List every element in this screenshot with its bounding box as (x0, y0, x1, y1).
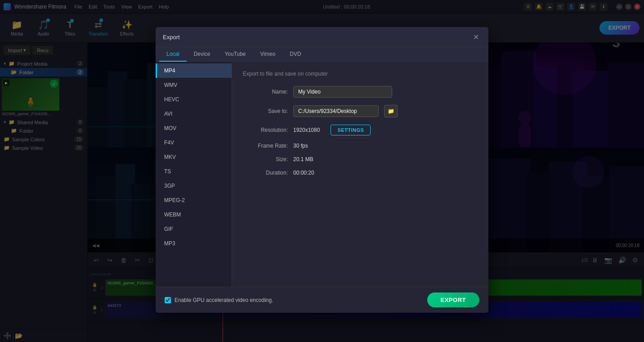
modal-body: MP4 WMV HEVC AVI MOV F4V MKV TS 3GP MPEG… (156, 62, 488, 287)
format-mkv[interactable]: MKV (156, 150, 232, 164)
tab-device[interactable]: Device (187, 47, 218, 62)
format-hevc[interactable]: HEVC (156, 92, 232, 107)
save-to-input[interactable] (293, 105, 379, 117)
duration-label: Duration: (243, 170, 288, 176)
modal-overlay: Export ✕ Local Device YouTube Vimeo DVD … (0, 0, 644, 342)
format-wmv[interactable]: WMV (156, 78, 232, 92)
format-webm[interactable]: WEBM (156, 207, 232, 222)
size-label: Size: (243, 156, 288, 162)
format-mp4[interactable]: MP4 (156, 63, 232, 78)
format-avi[interactable]: AVI (156, 107, 232, 121)
modal-title: Export (163, 34, 180, 40)
format-3gp[interactable]: 3GP (156, 179, 232, 193)
frame-rate-value: 30 fps (293, 143, 308, 149)
gpu-checkbox-input[interactable] (165, 297, 171, 303)
format-f4v[interactable]: F4V (156, 135, 232, 150)
frame-rate-row: Frame Rate: 30 fps (243, 143, 478, 149)
export-button[interactable]: EXPORT (427, 292, 479, 307)
gpu-checkbox-label[interactable]: Enable GPU accelerated video encoding. (165, 297, 273, 303)
browse-folder-button[interactable]: 📁 (384, 105, 398, 117)
modal-tabs: Local Device YouTube Vimeo DVD (156, 47, 488, 62)
tab-dvd[interactable]: DVD (282, 47, 308, 62)
resolution-row: Resolution: 1920x1080 SETTINGS (243, 125, 478, 135)
export-modal: Export ✕ Local Device YouTube Vimeo DVD … (156, 27, 488, 313)
size-value: 20.1 MB (293, 156, 313, 162)
save-to-row: Save to: 📁 (243, 105, 478, 117)
settings-button[interactable]: SETTINGS (331, 125, 371, 135)
format-mov[interactable]: MOV (156, 121, 232, 135)
resolution-label: Resolution: (243, 127, 288, 133)
tab-local[interactable]: Local (159, 47, 187, 62)
tab-youtube[interactable]: YouTube (217, 47, 253, 62)
duration-value: 00:00:20 (293, 170, 314, 176)
format-mp3[interactable]: MP3 (156, 236, 232, 251)
modal-header: Export ✕ (156, 27, 488, 47)
name-input[interactable] (293, 86, 392, 98)
format-gif[interactable]: GIF (156, 222, 232, 236)
name-label: Name: (243, 89, 288, 95)
modal-settings: Export to file and save on computer Name… (232, 62, 488, 287)
save-to-label: Save to: (243, 108, 288, 114)
format-ts[interactable]: TS (156, 164, 232, 179)
resolution-value: 1920x1080 (293, 127, 320, 133)
duration-row: Duration: 00:00:20 (243, 170, 478, 176)
gpu-label-text: Enable GPU accelerated video encoding. (174, 297, 273, 303)
modal-footer: Enable GPU accelerated video encoding. E… (156, 287, 488, 313)
frame-rate-label: Frame Rate: (243, 143, 288, 149)
size-row: Size: 20.1 MB (243, 156, 478, 162)
tab-vimeo[interactable]: Vimeo (253, 47, 283, 62)
settings-description: Export to file and save on computer (243, 71, 478, 77)
modal-close-button[interactable]: ✕ (470, 32, 481, 42)
name-row: Name: (243, 86, 478, 98)
format-mpeg2[interactable]: MPEG-2 (156, 193, 232, 207)
format-list: MP4 WMV HEVC AVI MOV F4V MKV TS 3GP MPEG… (156, 62, 232, 287)
